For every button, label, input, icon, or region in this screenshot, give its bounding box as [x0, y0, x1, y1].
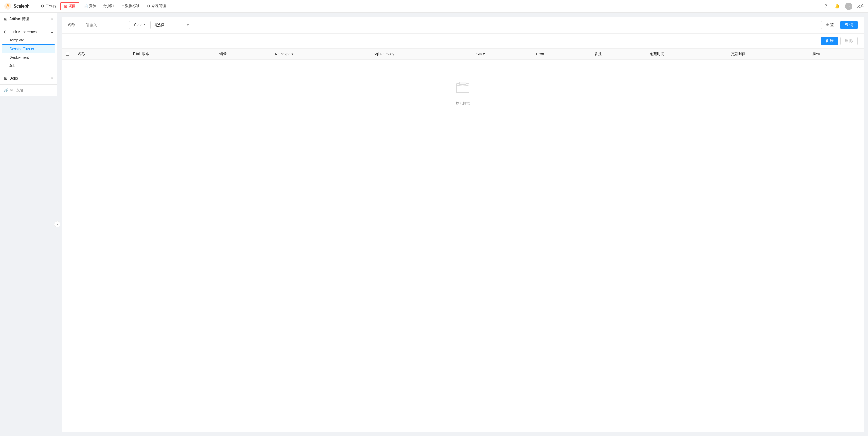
state-filter-label: State： — [134, 23, 146, 27]
nav-right: ? 🔔 S 文A — [822, 3, 864, 10]
help-icon: ? — [825, 4, 827, 9]
column-created-time: 创建时间 — [646, 49, 727, 60]
column-state: State — [472, 49, 532, 60]
nav-system[interactable]: ⚙ 系统管理 — [144, 0, 169, 12]
data-standard-icon: ≡ — [122, 4, 124, 8]
column-name: 名称 — [73, 49, 129, 60]
sidebar-collapse-button[interactable]: ◀ — [54, 221, 60, 227]
sidebar-section-doris: ⊞ Doris ▾ — [0, 72, 57, 85]
artifact-group-icon: ⊞ — [4, 17, 7, 21]
sidebar-footer-api[interactable]: 🔗 API 文档 — [0, 85, 57, 96]
nav-items: ⚙ 工作台 ⊞ 项目 📄 资源 数据源 ≡ 数据标准 ⚙ 系统管理 — [38, 0, 822, 12]
state-filter-select[interactable]: 请选择 — [150, 21, 192, 29]
empty-icon — [454, 79, 471, 98]
svg-point-0 — [4, 3, 11, 10]
top-navigation: Scaleph ⚙ 工作台 ⊞ 项目 📄 资源 数据源 ≡ 数据标准 ⚙ 系统管… — [0, 0, 868, 12]
table-header: 名称 Flink 版本 镜像 Namespace Sql Gateway Sta… — [62, 49, 864, 60]
app-name: Scaleph — [13, 4, 29, 9]
filter-bar: 名称： State： 请选择 重 置 查 询 — [62, 17, 864, 34]
sidebar-item-deployment[interactable]: Deployment — [0, 53, 57, 62]
resource-icon: 📄 — [84, 4, 88, 8]
nav-datasource[interactable]: 数据源 — [100, 0, 118, 12]
table-body: 暂无数据 — [62, 60, 864, 125]
column-error: Error — [532, 49, 590, 60]
language-icon: 文A — [857, 3, 864, 9]
nav-project[interactable]: ⊞ 项目 — [60, 2, 79, 10]
table-actions-bar: 新 增 删 除 — [62, 34, 864, 49]
delete-button[interactable]: 删 除 — [840, 37, 858, 45]
reset-button[interactable]: 重 置 — [821, 21, 838, 29]
sidebar-item-template[interactable]: Template — [0, 36, 57, 44]
main-layout: ⊞ Artifact 管理 ▾ ⬡ Flink Kuberentes ▴ Tem… — [0, 12, 868, 436]
table-container: 名称 Flink 版本 镜像 Namespace Sql Gateway Sta… — [62, 49, 864, 432]
select-all-checkbox[interactable] — [66, 52, 69, 56]
avatar-initial: S — [848, 4, 850, 8]
logo-icon — [4, 3, 11, 10]
sidebar: ⊞ Artifact 管理 ▾ ⬡ Flink Kuberentes ▴ Tem… — [0, 12, 57, 96]
doris-group-icon: ⊞ — [4, 76, 7, 80]
state-filter-wrapper: 请选择 — [150, 21, 192, 29]
empty-text: 暂无数据 — [455, 101, 470, 106]
collapse-icon: ◀ — [56, 223, 58, 226]
session-cluster-table: 名称 Flink 版本 镜像 Namespace Sql Gateway Sta… — [62, 49, 864, 125]
sidebar-group-flink[interactable]: ⬡ Flink Kuberentes ▴ — [0, 28, 57, 36]
nav-workbench[interactable]: ⚙ 工作台 — [38, 0, 59, 12]
filter-actions: 重 置 查 询 — [821, 21, 858, 29]
notification-button[interactable]: 🔔 — [834, 3, 841, 10]
user-avatar[interactable]: S — [845, 3, 852, 10]
sidebar-item-session-cluster[interactable]: SessionCluster — [2, 44, 55, 53]
flink-group-icon: ⬡ — [4, 30, 7, 34]
svg-point-1 — [7, 4, 9, 5]
empty-state: 暂无数据 — [66, 63, 860, 121]
column-namespace: Namespace — [271, 49, 369, 60]
sidebar-group-artifact[interactable]: ⊞ Artifact 管理 ▾ — [0, 14, 57, 24]
link-icon: 🔗 — [4, 88, 8, 92]
name-filter-input[interactable] — [83, 21, 130, 29]
artifact-chevron-icon: ▾ — [51, 17, 53, 21]
column-image: 镜像 — [215, 49, 271, 60]
search-button[interactable]: 查 询 — [840, 21, 858, 29]
logo[interactable]: Scaleph — [4, 3, 29, 10]
content-panel: 名称： State： 请选择 重 置 查 询 新 增 删 除 — [62, 17, 864, 432]
svg-rect-3 — [460, 82, 466, 85]
project-icon: ⊞ — [64, 4, 67, 8]
main-content: 名称： State： 请选择 重 置 查 询 新 增 删 除 — [57, 12, 868, 436]
column-sql-gateway: Sql Gateway — [369, 49, 472, 60]
sidebar-group-doris[interactable]: ⊞ Doris ▾ — [0, 74, 57, 82]
column-updated-time: 更新时间 — [727, 49, 808, 60]
doris-chevron-icon: ▾ — [51, 76, 53, 80]
empty-state-cell: 暂无数据 — [62, 60, 864, 125]
language-switch-button[interactable]: 文A — [857, 3, 864, 10]
column-operations: 操作 — [808, 49, 864, 60]
sidebar-item-job[interactable]: Job — [0, 62, 57, 70]
flink-chevron-icon: ▴ — [51, 30, 53, 34]
nav-resource[interactable]: 📄 资源 — [80, 0, 99, 12]
column-checkbox — [62, 49, 73, 60]
column-flink-version: Flink 版本 — [129, 49, 215, 60]
bell-icon: 🔔 — [835, 4, 840, 9]
help-button[interactable]: ? — [822, 3, 830, 10]
system-icon: ⚙ — [147, 4, 150, 8]
nav-data-standard[interactable]: ≡ 数据标准 — [119, 0, 143, 12]
column-remark: 备注 — [590, 49, 646, 60]
name-filter-label: 名称： — [68, 23, 79, 27]
new-button[interactable]: 新 增 — [820, 37, 838, 45]
workbench-icon: ⚙ — [41, 4, 44, 8]
sidebar-section-artifact: ⊞ Artifact 管理 ▾ — [0, 12, 57, 26]
sidebar-section-flink: ⬡ Flink Kuberentes ▴ Template SessionClu… — [0, 26, 57, 72]
